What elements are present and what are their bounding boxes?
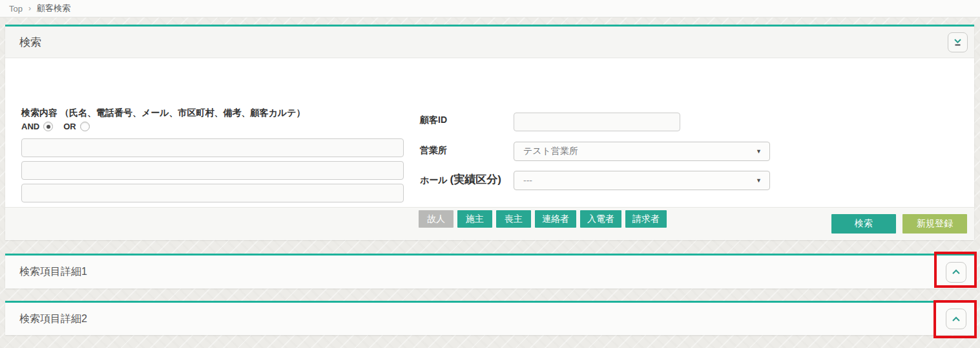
detail-panel-2: 検索項目詳細2 xyxy=(5,301,974,335)
customer-search-page: { "breadcrumb": { "home": "Top", "separa… xyxy=(0,0,980,348)
select-arrow-icon: ▼ xyxy=(756,148,762,155)
role-button-deceased[interactable]: 故人 xyxy=(419,210,454,228)
keyword-label: 検索内容 （氏名、電話番号、メール、市区町村、備考、顧客カルテ） xyxy=(21,107,306,119)
hall-select[interactable]: --- ▼ xyxy=(514,171,770,190)
keyword-input-3[interactable] xyxy=(21,184,404,202)
or-radio[interactable] xyxy=(80,122,90,131)
role-button-biller[interactable]: 請求者 xyxy=(625,210,667,228)
breadcrumb-home-link[interactable]: Top xyxy=(9,4,23,14)
detail-panel-2-expand-button[interactable] xyxy=(946,309,966,329)
search-panel-collapse-button[interactable] xyxy=(948,32,968,52)
detail-panel-1-expand-button[interactable] xyxy=(946,262,966,283)
detail-panel-2-header: 検索項目詳細2 xyxy=(5,303,974,335)
and-label: AND xyxy=(21,122,39,131)
detail-panel-1: 検索項目詳細1 xyxy=(5,254,974,288)
office-label: 営業所 xyxy=(420,145,447,157)
keyword-input-2[interactable] xyxy=(21,161,404,180)
hall-label-suffix: (実績区分) xyxy=(450,173,501,186)
role-filter-group: 故人 施主 喪主 連絡者 入電者 請求者 xyxy=(419,210,667,228)
detail-panel-2-title: 検索項目詳細2 xyxy=(19,312,87,326)
hall-select-value: --- xyxy=(523,175,756,186)
office-select[interactable]: テスト営業所 ▼ xyxy=(514,142,770,161)
breadcrumb-separator-icon: › xyxy=(28,4,31,13)
search-button[interactable]: 検索 xyxy=(831,214,896,234)
office-select-value: テスト営業所 xyxy=(523,146,756,157)
and-radio[interactable] xyxy=(43,122,53,131)
detail-panel-1-title: 検索項目詳細1 xyxy=(19,265,87,279)
breadcrumb: Top › 顧客検索 xyxy=(0,0,980,17)
select-arrow-icon: ▼ xyxy=(756,177,762,184)
hall-label-main: ホール xyxy=(420,175,448,185)
chevron-up-icon xyxy=(952,269,961,275)
search-panel-body: 検索内容 （氏名、電話番号、メール、市区町村、備考、顧客カルテ） AND OR … xyxy=(5,58,974,207)
customer-id-input[interactable] xyxy=(514,113,680,131)
role-button-contact[interactable]: 連絡者 xyxy=(535,210,576,228)
role-button-owner[interactable]: 施主 xyxy=(457,210,492,228)
role-button-caller[interactable]: 入電者 xyxy=(580,210,621,228)
register-button[interactable]: 新規登録 xyxy=(902,214,967,234)
search-panel: 検索 検索内容 （氏名、電話番号、メール、市区町村、備考、顧客カルテ） AND … xyxy=(5,25,974,240)
keyword-input-1[interactable] xyxy=(21,138,404,157)
chevron-up-icon xyxy=(952,316,961,322)
search-panel-title: 検索 xyxy=(19,35,41,50)
or-label: OR xyxy=(63,122,76,131)
detail-panel-1-header: 検索項目詳細1 xyxy=(5,256,974,288)
breadcrumb-current: 顧客検索 xyxy=(37,3,70,14)
role-button-mourner[interactable]: 喪主 xyxy=(496,210,531,228)
search-panel-header: 検索 xyxy=(5,27,974,58)
hall-label: ホール (実績区分) xyxy=(420,172,501,187)
chevron-down-underline-icon xyxy=(953,38,963,47)
and-or-group: AND OR xyxy=(21,122,96,131)
customer-id-label: 顧客ID xyxy=(420,114,447,126)
